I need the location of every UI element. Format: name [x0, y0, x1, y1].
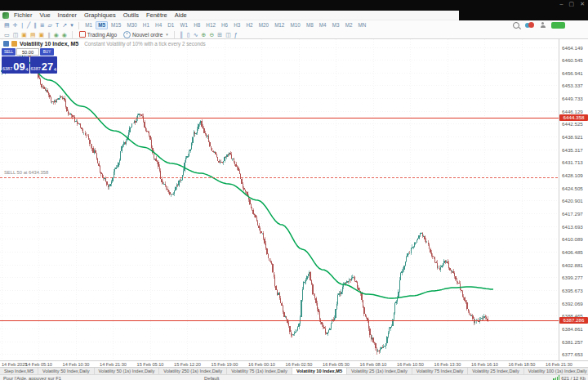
trading-algo-checkbox[interactable]	[79, 31, 86, 38]
zoom-out-icon[interactable]: ⊖	[209, 31, 214, 38]
globe-icon[interactable]: ◉	[54, 31, 59, 38]
toolbar-divider	[72, 31, 73, 38]
arrows-tool-icon[interactable]: ↗	[62, 21, 67, 29]
history-icon[interactable]: ▤	[30, 31, 36, 38]
price-axis-label: 6456.941	[562, 70, 583, 76]
trading-algo-label[interactable]: Trading Algo	[87, 32, 117, 38]
vertical-line-icon[interactable]: ∣	[21, 21, 24, 29]
sell-price-big: 09	[13, 62, 24, 72]
timeframe-m4[interactable]: M4	[317, 21, 329, 29]
chart-tab[interactable]: Volatility 50 Index,Daily	[38, 368, 95, 374]
search-icon[interactable]	[513, 22, 519, 29]
chart-tab-bar: Step Index,M5Volatility 50 Index,DailyVo…	[0, 367, 588, 374]
user-account-icon[interactable]	[540, 22, 546, 29]
community-badge-icon[interactable]	[525, 22, 534, 29]
price-axis-label: 6442.525	[562, 121, 583, 127]
tile-windows-icon[interactable]: ◫	[225, 31, 231, 38]
timeframe-m30[interactable]: M30	[124, 21, 140, 29]
channel-icon[interactable]: ∥	[33, 21, 37, 29]
minimize-button[interactable]: –	[560, 1, 564, 7]
timeframe-m15[interactable]: M15	[109, 21, 124, 29]
indicators-icon[interactable]: ƒ	[234, 31, 238, 38]
sell-button[interactable]: SELL	[2, 48, 16, 56]
title-bar: – ▢ ✕	[0, 0, 588, 11]
chart-tab[interactable]: Volatility 100 (1s) Index,Daily	[524, 368, 588, 374]
fibonacci-icon[interactable]: ≣	[40, 21, 45, 29]
volume-input[interactable]: 50.00	[16, 48, 39, 56]
new-order-dropdown-icon[interactable]: ▾	[166, 32, 168, 37]
menu-graphiques[interactable]: Graphiques	[84, 11, 116, 19]
buy-price-box[interactable]: 6387 27 4	[30, 56, 58, 74]
horizontal-price-lines[interactable]	[0, 118, 559, 320]
app-logo-icon	[2, 12, 9, 19]
bar-chart-icon[interactable]: ║	[180, 31, 184, 38]
timeframe-m20[interactable]: M20	[256, 21, 272, 29]
trendline-icon[interactable]: ╱	[27, 21, 30, 29]
timeframe-m3[interactable]: M3	[330, 21, 342, 29]
price-axis-label: 6402.881	[562, 262, 583, 268]
chart-tab[interactable]: Volatility 10 Index,M5	[292, 368, 347, 374]
position-line-label: SELL 50 at 6434.358	[4, 170, 48, 175]
menu-vue[interactable]: Vue	[40, 11, 51, 19]
chart-tab[interactable]: Step Index,M5	[0, 368, 38, 374]
line-chart-icon[interactable]: ∿	[194, 31, 198, 38]
new-chart-icon[interactable]: ▤	[4, 21, 10, 29]
candlestick-icon[interactable]: ▯	[187, 31, 190, 38]
menu-aide[interactable]: Aide	[175, 11, 187, 19]
pause-icon[interactable]: ∥	[47, 31, 51, 38]
globe-alt-icon[interactable]: ◉	[62, 31, 67, 38]
lock-icon[interactable]: ▣	[39, 31, 45, 38]
sell-price-box[interactable]: 6387 09 4	[2, 56, 29, 74]
price-axis[interactable]: 6464.1496460.5456456.9416453.3376449.733…	[559, 39, 588, 360]
chart-tab[interactable]: Volatility 250 (1s) Index,Daily	[159, 368, 227, 374]
cursor-mode-icon[interactable]: ▭	[4, 31, 10, 38]
chart-area[interactable]: Volatility 10 Index, M5 Constant Volatil…	[0, 39, 559, 360]
chart-window-icon[interactable]: ◫	[13, 31, 19, 38]
timeframe-h3[interactable]: H3	[231, 21, 243, 29]
shapes-icon[interactable]: ▱	[48, 21, 52, 29]
time-axis[interactable]: 14 Feb 202514 Feb 05:1014 Feb 10:3014 Fe…	[0, 360, 588, 367]
text-tool-icon[interactable]: T	[56, 21, 59, 29]
chart-toolbar: ▭◫▣▤▣∥◉◉ Trading Algo Nouvel ordre ▾ ║▯∿…	[0, 30, 588, 39]
menu-inserer[interactable]: Insérer	[58, 11, 77, 19]
chart-tab[interactable]: Volatility 25 (1s) Index,Daily	[347, 368, 412, 374]
chart-tab[interactable]: Volatility 25 Index,Daily	[468, 368, 524, 374]
status-bar: Pour l'Aide, appuyez sur F1 Default 621 …	[0, 374, 588, 380]
grid-icon[interactable]: ⊞	[217, 31, 222, 38]
price-axis-label: 6377.653	[562, 351, 583, 357]
status-profile[interactable]: Default	[204, 376, 219, 380]
timeframe-m12[interactable]: M12	[272, 21, 287, 29]
timeframe-h4[interactable]: H4	[153, 21, 164, 29]
timeframe-m10[interactable]: M10	[287, 21, 303, 29]
new-order-button[interactable]: Nouvel ordre	[132, 32, 163, 38]
new-order-clock-icon	[123, 31, 131, 38]
timeframe-d1[interactable]: D1	[165, 21, 176, 29]
timeframe-m2[interactable]: M2	[342, 21, 354, 29]
menu-fenetre[interactable]: Fenêtre	[146, 11, 167, 19]
menu-outils[interactable]: Outils	[123, 11, 139, 19]
timeframe-mn[interactable]: MN	[355, 21, 368, 29]
timeframe-m5[interactable]: M5	[96, 21, 108, 29]
menu-fichier[interactable]: Fichier	[14, 11, 33, 19]
buy-button[interactable]: BUY	[40, 48, 54, 56]
candlestick-chart[interactable]	[0, 39, 559, 360]
timeframe-h1[interactable]: H1	[140, 21, 152, 29]
timeframe-w1[interactable]: W1	[177, 21, 190, 29]
timeframe-m8[interactable]: M8	[304, 21, 316, 29]
timeframe-h2[interactable]: H2	[243, 21, 255, 29]
zoom-in-icon[interactable]: ⊕	[202, 31, 207, 38]
maximize-button[interactable]: ▢	[569, 1, 575, 7]
connection-status-pill[interactable]	[551, 22, 565, 29]
timeframe-h12[interactable]: H12	[203, 21, 218, 29]
chart-tab[interactable]: Volatility 75 (1s) Index,Daily	[227, 368, 292, 374]
chart-tab[interactable]: Volatility 50 (1s) Index,Daily	[95, 368, 160, 374]
timeframe-h8[interactable]: H8	[191, 21, 203, 29]
deposit-icon[interactable]: ▣	[21, 31, 27, 38]
more-tools-icon[interactable]: ▾	[70, 21, 74, 29]
crosshair-icon[interactable]: ✛	[13, 21, 18, 29]
timeframe-m1[interactable]: M1	[82, 21, 95, 29]
chart-tab[interactable]: Volatility 75 Index,Daily	[412, 368, 469, 374]
timeframe-buttons: M1M5M15M30H1H4D1W1H8H12H6H3H2M20M12M10M8…	[82, 21, 369, 29]
close-button[interactable]: ✕	[580, 1, 585, 7]
timeframe-h6[interactable]: H6	[219, 21, 230, 29]
